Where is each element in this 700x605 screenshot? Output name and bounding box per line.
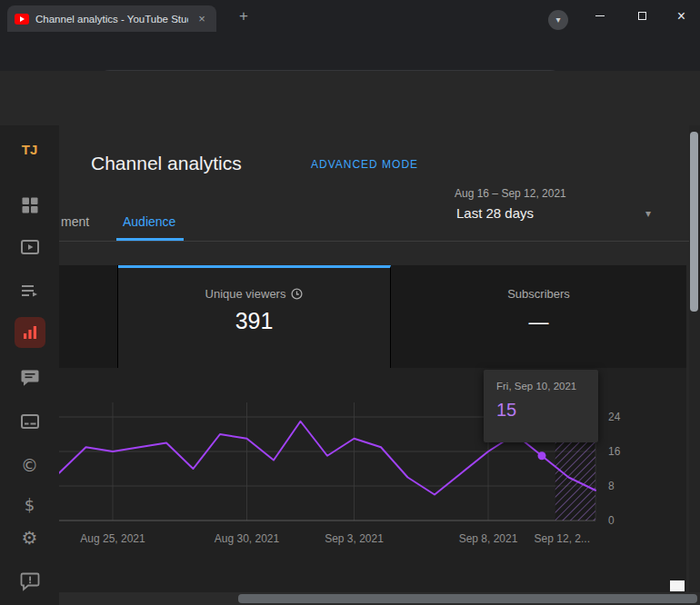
browser-toolbar: ← → ↻ studio.youtube.com/channel/UCdkWmR… <box>0 32 700 71</box>
browser-tab[interactable]: Channel analytics - YouTube Stud × <box>7 5 216 32</box>
page-title: Channel analytics <box>91 153 242 174</box>
sidebar-item-comments[interactable] <box>0 363 59 392</box>
scroll-corner-box <box>670 580 685 591</box>
window-minimize-button[interactable] <box>579 0 621 32</box>
svg-text:16: 16 <box>608 445 621 458</box>
svg-text:Sep 8, 2021: Sep 8, 2021 <box>459 532 518 545</box>
comments-icon <box>19 367 41 389</box>
analytics-card: Unique viewers 391 Subscribers — 081624A… <box>59 265 686 592</box>
tooltip-date: Fri, Sep 10, 2021 <box>496 381 585 392</box>
metric-card-partial[interactable] <box>59 265 118 368</box>
date-preset-text[interactable]: Last 28 days <box>456 205 534 221</box>
minimize-icon <box>595 15 605 17</box>
monetization-icon: $ <box>25 497 35 513</box>
analytics-icon <box>19 322 41 343</box>
sidebar-item-monetization[interactable]: $ <box>0 491 59 520</box>
playlists-icon <box>19 280 41 302</box>
tab-engagement-partial[interactable]: ment <box>61 214 89 229</box>
tab-close-icon[interactable]: × <box>195 12 209 25</box>
subscribers-label: Subscribers <box>507 287 570 301</box>
horizontal-scrollbar[interactable] <box>59 592 700 605</box>
svg-text:Sep 12, 2...: Sep 12, 2... <box>535 532 590 545</box>
main-content: Channel analytics ADVANCED MODE Aug 16 –… <box>59 125 689 605</box>
sidebar-item-feedback[interactable] <box>0 567 59 596</box>
metric-card-subscribers[interactable]: Subscribers — <box>391 265 686 368</box>
svg-text:0: 0 <box>608 514 615 527</box>
date-range-text[interactable]: Aug 16 – Sep 12, 2021 <box>455 187 566 200</box>
vertical-scrollbar[interactable] <box>689 125 700 592</box>
analytics-active-highlight <box>15 317 45 348</box>
youtube-favicon <box>15 14 29 25</box>
advanced-mode-link[interactable]: ADVANCED MODE <box>311 158 418 171</box>
channel-avatar[interactable]: TJ <box>0 142 59 157</box>
sidebar-item-subtitles[interactable] <box>0 407 59 436</box>
unique-viewers-value: 391 <box>235 308 274 334</box>
unique-viewers-label: Unique viewers <box>205 287 286 301</box>
window-maximize-button[interactable] <box>621 0 663 32</box>
sidebar-item-settings[interactable]: ⚙ <box>0 523 59 552</box>
vertical-scrollbar-thumb[interactable] <box>690 132 698 312</box>
svg-text:24: 24 <box>608 411 621 423</box>
sidebar-item-content[interactable] <box>0 233 59 262</box>
content-icon <box>19 236 41 258</box>
horizontal-scrollbar-thumb[interactable] <box>238 594 697 603</box>
tab-title: Channel analytics - YouTube Stud <box>35 14 188 25</box>
svg-text:Aug 30, 2021: Aug 30, 2021 <box>215 532 280 545</box>
svg-text:Aug 25, 2021: Aug 25, 2021 <box>80 532 145 545</box>
date-dropdown-caret-icon[interactable]: ▾ <box>645 207 651 220</box>
sidebar-item-playlists[interactable] <box>0 276 59 305</box>
tab-search-button[interactable]: ▾ <box>548 10 568 30</box>
copyright-icon: © <box>21 457 38 474</box>
svg-text:8: 8 <box>608 480 615 492</box>
subscribers-value: — <box>529 311 549 334</box>
sidebar-item-dashboard[interactable] <box>0 191 59 220</box>
sidebar-item-copyright[interactable]: © <box>0 451 59 480</box>
maximize-icon <box>638 12 646 20</box>
feedback-icon <box>19 570 41 592</box>
window-close-button[interactable]: × <box>663 0 700 32</box>
metric-card-unique-viewers[interactable]: Unique viewers 391 <box>118 265 391 368</box>
tab-audience[interactable]: Audience <box>123 214 175 229</box>
tabs-divider <box>59 241 689 242</box>
clock-icon <box>291 288 303 300</box>
dashboard-icon <box>19 194 41 216</box>
svg-text:Sep 3, 2021: Sep 3, 2021 <box>325 532 384 545</box>
sidebar-item-analytics[interactable] <box>0 318 59 347</box>
chart-tooltip: Fri, Sep 10, 2021 15 <box>484 370 598 442</box>
studio-topbar: Studio ? CREATE TJ <box>0 71 700 125</box>
studio-sidebar: TJ <box>0 125 59 605</box>
gear-icon: ⚙ <box>22 529 38 547</box>
new-tab-button[interactable]: + <box>233 6 255 26</box>
browser-window: Channel analytics - YouTube Stud × + ▾ ×… <box>0 0 700 605</box>
metric-row: Unique viewers 391 Subscribers — <box>59 265 686 368</box>
tooltip-value: 15 <box>496 400 585 421</box>
tab-strip: Channel analytics - YouTube Stud × + ▾ × <box>0 0 700 32</box>
subtitles-icon <box>19 411 41 432</box>
